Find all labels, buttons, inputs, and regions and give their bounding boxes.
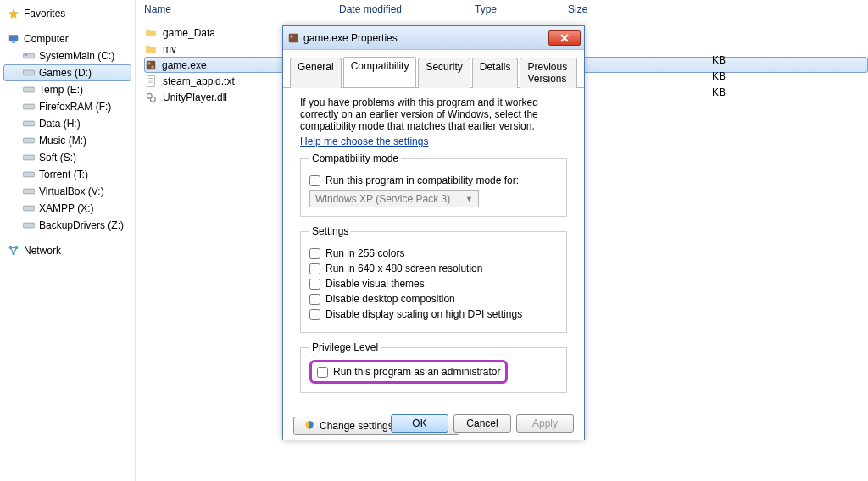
chevron-down-icon: ▼ xyxy=(465,195,473,203)
folder-icon xyxy=(144,42,158,56)
svg-rect-4 xyxy=(24,70,35,75)
nav-drive-label: Soft (S:) xyxy=(39,152,76,163)
drive-icon xyxy=(22,168,36,181)
file-size: KB xyxy=(712,68,726,84)
svg-rect-18 xyxy=(148,62,151,64)
group-settings-legend: Settings xyxy=(309,225,351,237)
nav-drive-label: Music (M:) xyxy=(39,135,86,147)
svg-rect-12 xyxy=(24,206,35,211)
dialog-title: game.exe Properties xyxy=(303,32,548,44)
svg-point-22 xyxy=(150,97,155,102)
nav-drive-label: Data (H:) xyxy=(39,118,81,130)
tab-general[interactable]: General xyxy=(290,58,342,88)
tab-compatibility[interactable]: Compatibility xyxy=(343,57,417,87)
shield-icon xyxy=(304,420,316,432)
nav-drive-m[interactable]: Music (M:) xyxy=(3,132,131,149)
nav-drive-z[interactable]: BackupDrivers (Z:) xyxy=(3,217,131,234)
highlight-run-admin: Run this program as an administrator xyxy=(309,360,508,384)
svg-rect-0 xyxy=(9,35,19,41)
drive-icon xyxy=(22,185,36,198)
group-compat-legend: Compatibility mode xyxy=(309,152,401,164)
tab-security[interactable]: Security xyxy=(418,58,470,88)
nav-network[interactable]: Network xyxy=(3,242,131,259)
chk-640x480[interactable] xyxy=(309,263,320,274)
svg-rect-11 xyxy=(24,189,35,194)
folder-icon xyxy=(144,26,158,40)
drive-icon xyxy=(22,100,36,113)
svg-rect-5 xyxy=(24,87,35,92)
svg-rect-10 xyxy=(24,172,35,177)
svg-rect-23 xyxy=(289,33,298,42)
col-type[interactable]: Type xyxy=(475,3,568,15)
chk-256-label: Run in 256 colors xyxy=(326,247,404,259)
nav-drive-v[interactable]: VirtualBox (V:) xyxy=(3,183,131,200)
drive-icon xyxy=(22,117,36,130)
chk-desktop-comp[interactable] xyxy=(309,294,320,305)
nav-drive-label: Temp (E:) xyxy=(39,84,83,96)
group-privilege: Privilege Level Run this program as an a… xyxy=(300,341,567,393)
btn-apply[interactable]: Apply xyxy=(516,414,574,433)
nav-network-label: Network xyxy=(24,245,61,257)
svg-rect-7 xyxy=(24,121,35,126)
tab-strip: General Compatibility Security Details P… xyxy=(283,50,584,88)
nav-drive-e[interactable]: Temp (E:) xyxy=(3,81,131,98)
svg-rect-24 xyxy=(291,35,293,37)
nav-favorites[interactable]: Favorites xyxy=(3,5,131,22)
chk-compat-mode[interactable] xyxy=(309,175,320,186)
nav-favorites-label: Favorites xyxy=(24,8,65,19)
chk-640-label: Run in 640 x 480 screen resolution xyxy=(326,263,482,274)
chk-visual-themes[interactable] xyxy=(309,279,320,290)
group-priv-legend: Privilege Level xyxy=(309,341,381,353)
nav-drive-t[interactable]: Torrent (T:) xyxy=(3,166,131,183)
drive-icon xyxy=(22,66,36,80)
nav-drive-s[interactable]: Soft (S:) xyxy=(3,149,131,166)
chk-dpi-scaling[interactable] xyxy=(309,309,320,320)
svg-rect-19 xyxy=(152,65,154,68)
help-link[interactable]: Help me choose the settings xyxy=(300,135,428,147)
chk-run-admin[interactable] xyxy=(317,367,328,378)
nav-drive-label: XAMPP (X:) xyxy=(39,202,93,214)
dll-icon xyxy=(144,91,158,104)
group-compat-mode: Compatibility mode Run this program in c… xyxy=(300,152,567,217)
tab-details[interactable]: Details xyxy=(472,58,519,88)
chk-admin-label: Run this program as an administrator xyxy=(333,366,500,378)
tab-previous[interactable]: Previous Versions xyxy=(520,58,577,88)
close-icon xyxy=(560,34,569,42)
chk-themes-label: Disable visual themes xyxy=(326,278,425,290)
svg-rect-6 xyxy=(24,104,35,109)
chk-compat-label: Run this program in compatibility mode f… xyxy=(326,174,519,186)
svg-rect-13 xyxy=(24,223,35,228)
nav-drive-f[interactable]: FirefoxRAM (F:) xyxy=(3,98,131,115)
nav-drive-label: SystemMain (C:) xyxy=(39,50,114,62)
svg-rect-2 xyxy=(24,53,35,58)
app-icon xyxy=(287,31,300,45)
chk-256colors[interactable] xyxy=(309,248,320,259)
tab-body: If you have problems with this program a… xyxy=(290,88,577,410)
chk-desktop-label: Disable desktop composition xyxy=(326,293,455,305)
drive-icon xyxy=(22,83,36,97)
nav-drive-label: Torrent (T:) xyxy=(39,169,88,180)
svg-rect-17 xyxy=(147,60,156,69)
chk-dpi-label: Disable display scaling on high DPI sett… xyxy=(326,308,522,320)
btn-cancel[interactable]: Cancel xyxy=(453,414,511,433)
close-button[interactable] xyxy=(548,30,581,46)
col-date[interactable]: Date modified xyxy=(339,3,475,15)
nav-drive-h[interactable]: Data (H:) xyxy=(3,115,131,132)
nav-drive-label: VirtualBox (V:) xyxy=(39,185,104,197)
svg-rect-8 xyxy=(24,138,35,143)
nav-drive-d[interactable]: Games (D:) xyxy=(3,64,131,81)
drive-icon xyxy=(22,218,36,232)
col-size[interactable]: Size xyxy=(568,3,661,15)
combo-winver[interactable]: Windows XP (Service Pack 3) ▼ xyxy=(309,190,479,207)
nav-drive-c[interactable]: SystemMain (C:) xyxy=(3,47,131,64)
nav-drive-x[interactable]: XAMPP (X:) xyxy=(3,200,131,217)
combo-value: Windows XP (Service Pack 3) xyxy=(315,193,450,205)
nav-pane: Favorites Computer SystemMain (C:) Games… xyxy=(0,0,136,481)
dialog-titlebar[interactable]: game.exe Properties xyxy=(283,26,584,50)
svg-rect-9 xyxy=(24,155,35,160)
nav-computer[interactable]: Computer xyxy=(3,30,131,47)
btn-ok[interactable]: OK xyxy=(391,414,448,433)
nav-drive-label: BackupDrivers (Z:) xyxy=(39,219,124,231)
col-name[interactable]: Name xyxy=(144,3,339,15)
nav-drive-label: Games (D:) xyxy=(39,67,92,79)
